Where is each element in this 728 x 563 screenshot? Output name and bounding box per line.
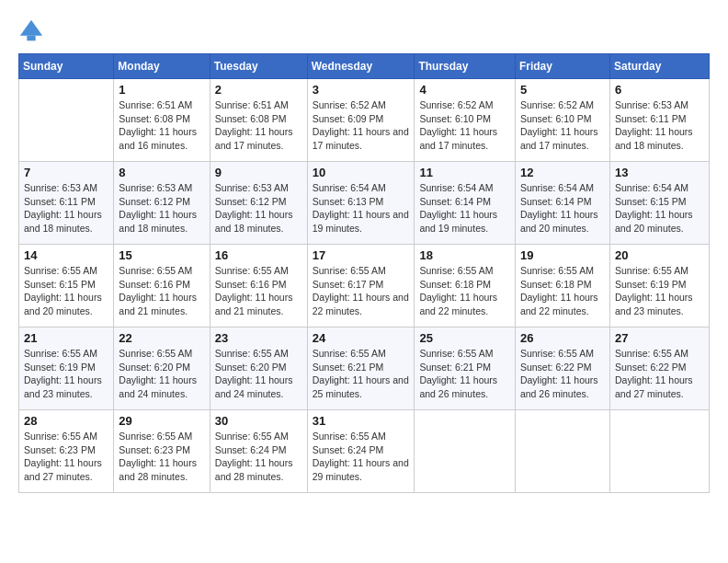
calendar-cell: [415, 410, 516, 493]
day-number: 26: [520, 331, 605, 345]
sunset-text: Sunset: 6:22 PM: [615, 361, 704, 374]
sunset-text: Sunset: 6:21 PM: [313, 361, 410, 374]
sunset-text: Sunset: 6:11 PM: [24, 195, 108, 209]
day-number: 4: [419, 83, 510, 97]
sunrise-text: Sunrise: 6:53 AM: [215, 181, 302, 195]
calendar-cell: 9Sunrise: 6:53 AMSunset: 6:12 PMDaylight…: [210, 162, 307, 245]
calendar-cell: 30Sunrise: 6:55 AMSunset: 6:24 PMDayligh…: [210, 410, 307, 493]
sunset-text: Sunset: 6:12 PM: [119, 195, 204, 209]
calendar-week-4: 21Sunrise: 6:55 AMSunset: 6:19 PMDayligh…: [19, 327, 710, 410]
day-number: 16: [215, 248, 302, 262]
day-info: Sunrise: 6:52 AMSunset: 6:10 PMDaylight:…: [520, 98, 605, 153]
sunrise-text: Sunrise: 6:55 AM: [24, 264, 108, 278]
sunrise-text: Sunrise: 6:55 AM: [313, 430, 410, 443]
day-info: Sunrise: 6:52 AMSunset: 6:10 PMDaylight:…: [419, 98, 510, 153]
sunset-text: Sunset: 6:08 PM: [215, 112, 302, 126]
logo-icon: [18, 18, 44, 44]
day-number: 23: [215, 331, 302, 345]
daylight-text: Daylight: 11 hours and 22 minutes.: [419, 291, 510, 317]
day-number: 10: [313, 166, 410, 179]
day-number: 8: [119, 166, 204, 179]
calendar-cell: 17Sunrise: 6:55 AMSunset: 6:17 PMDayligh…: [307, 245, 415, 327]
day-info: Sunrise: 6:53 AMSunset: 6:12 PMDaylight:…: [119, 181, 204, 236]
daylight-text: Daylight: 11 hours and 27 minutes.: [24, 456, 108, 483]
sunset-text: Sunset: 6:09 PM: [313, 112, 410, 126]
day-number: 25: [419, 331, 510, 345]
day-number: 20: [615, 248, 704, 262]
day-number: 18: [419, 248, 510, 262]
sunrise-text: Sunrise: 6:55 AM: [313, 347, 410, 361]
sunrise-text: Sunrise: 6:55 AM: [520, 264, 605, 278]
day-number: 6: [615, 83, 704, 97]
sunset-text: Sunset: 6:20 PM: [215, 361, 302, 374]
day-info: Sunrise: 6:51 AMSunset: 6:08 PMDaylight:…: [215, 98, 302, 153]
calendar-cell: [19, 79, 114, 162]
calendar-cell: 20Sunrise: 6:55 AMSunset: 6:19 PMDayligh…: [609, 245, 709, 327]
day-info: Sunrise: 6:55 AMSunset: 6:20 PMDaylight:…: [215, 347, 302, 401]
weekday-header-wednesday: Wednesday: [307, 54, 415, 79]
daylight-text: Daylight: 11 hours and 24 minutes.: [215, 373, 302, 400]
day-info: Sunrise: 6:55 AMSunset: 6:24 PMDaylight:…: [215, 430, 302, 484]
daylight-text: Daylight: 11 hours and 26 minutes.: [520, 373, 605, 400]
sunset-text: Sunset: 6:10 PM: [419, 112, 510, 126]
daylight-text: Daylight: 11 hours and 29 minutes.: [313, 456, 410, 483]
calendar-cell: 5Sunrise: 6:52 AMSunset: 6:10 PMDaylight…: [515, 79, 609, 162]
sunset-text: Sunset: 6:14 PM: [419, 195, 510, 209]
day-number: 17: [313, 248, 410, 262]
calendar-cell: 2Sunrise: 6:51 AMSunset: 6:08 PMDaylight…: [210, 79, 307, 162]
sunrise-text: Sunrise: 6:55 AM: [215, 264, 302, 278]
daylight-text: Daylight: 11 hours and 22 minutes.: [313, 291, 410, 317]
calendar-cell: 1Sunrise: 6:51 AMSunset: 6:08 PMDaylight…: [114, 79, 210, 162]
daylight-text: Daylight: 11 hours and 19 minutes.: [419, 208, 510, 235]
sunset-text: Sunset: 6:24 PM: [313, 443, 410, 457]
calendar-week-2: 7Sunrise: 6:53 AMSunset: 6:11 PMDaylight…: [19, 162, 710, 245]
svg-marker-0: [20, 20, 42, 36]
calendar-cell: 25Sunrise: 6:55 AMSunset: 6:21 PMDayligh…: [415, 327, 516, 410]
day-number: 7: [24, 166, 108, 179]
day-info: Sunrise: 6:52 AMSunset: 6:09 PMDaylight:…: [313, 98, 410, 153]
daylight-text: Daylight: 11 hours and 22 minutes.: [520, 291, 605, 317]
day-info: Sunrise: 6:55 AMSunset: 6:16 PMDaylight:…: [119, 264, 204, 318]
sunrise-text: Sunrise: 6:51 AM: [215, 98, 302, 112]
day-number: 12: [520, 166, 605, 179]
calendar-cell: 12Sunrise: 6:54 AMSunset: 6:14 PMDayligh…: [515, 162, 609, 245]
sunset-text: Sunset: 6:18 PM: [520, 278, 605, 292]
calendar-cell: 18Sunrise: 6:55 AMSunset: 6:18 PMDayligh…: [415, 245, 516, 327]
sunrise-text: Sunrise: 6:55 AM: [615, 347, 704, 361]
sunrise-text: Sunrise: 6:55 AM: [24, 347, 108, 361]
daylight-text: Daylight: 11 hours and 28 minutes.: [215, 456, 302, 483]
page-header: [18, 18, 710, 44]
sunrise-text: Sunrise: 6:52 AM: [313, 98, 410, 112]
sunset-text: Sunset: 6:16 PM: [215, 278, 302, 292]
day-info: Sunrise: 6:55 AMSunset: 6:22 PMDaylight:…: [615, 347, 704, 401]
day-number: 13: [615, 166, 704, 179]
sunset-text: Sunset: 6:14 PM: [520, 195, 605, 209]
day-number: 14: [24, 248, 108, 262]
sunrise-text: Sunrise: 6:54 AM: [520, 181, 605, 195]
weekday-header-monday: Monday: [114, 54, 210, 79]
daylight-text: Daylight: 11 hours and 21 minutes.: [215, 291, 302, 317]
sunrise-text: Sunrise: 6:52 AM: [520, 98, 605, 112]
calendar-week-1: 1Sunrise: 6:51 AMSunset: 6:08 PMDaylight…: [19, 79, 710, 162]
sunrise-text: Sunrise: 6:55 AM: [313, 264, 410, 278]
daylight-text: Daylight: 11 hours and 23 minutes.: [615, 291, 704, 317]
sunrise-text: Sunrise: 6:53 AM: [24, 181, 108, 195]
calendar-cell: 13Sunrise: 6:54 AMSunset: 6:15 PMDayligh…: [609, 162, 709, 245]
weekday-header-friday: Friday: [515, 54, 609, 79]
sunrise-text: Sunrise: 6:52 AM: [419, 98, 510, 112]
sunrise-text: Sunrise: 6:54 AM: [419, 181, 510, 195]
sunrise-text: Sunrise: 6:55 AM: [520, 347, 605, 361]
calendar-cell: [609, 410, 709, 493]
day-info: Sunrise: 6:55 AMSunset: 6:16 PMDaylight:…: [215, 264, 302, 318]
day-number: 11: [419, 166, 510, 179]
calendar-cell: 28Sunrise: 6:55 AMSunset: 6:23 PMDayligh…: [19, 410, 114, 493]
calendar-week-5: 28Sunrise: 6:55 AMSunset: 6:23 PMDayligh…: [19, 410, 710, 493]
sunset-text: Sunset: 6:23 PM: [119, 443, 204, 457]
weekday-header-thursday: Thursday: [415, 54, 516, 79]
sunset-text: Sunset: 6:19 PM: [24, 361, 108, 374]
daylight-text: Daylight: 11 hours and 26 minutes.: [419, 373, 510, 400]
sunrise-text: Sunrise: 6:54 AM: [615, 181, 704, 195]
calendar-cell: 11Sunrise: 6:54 AMSunset: 6:14 PMDayligh…: [415, 162, 516, 245]
daylight-text: Daylight: 11 hours and 17 minutes.: [313, 125, 410, 152]
daylight-text: Daylight: 11 hours and 20 minutes.: [520, 208, 605, 235]
